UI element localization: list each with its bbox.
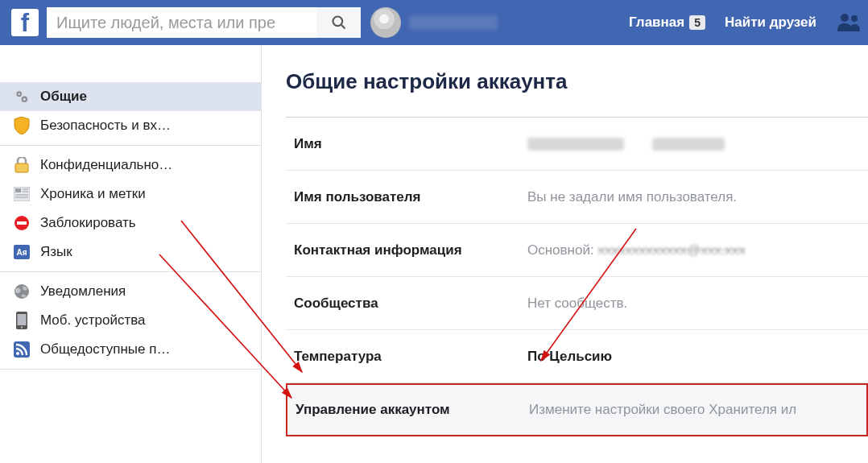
newspaper-icon — [13, 185, 31, 203]
gear-icon — [13, 88, 31, 105]
rss-icon — [13, 341, 31, 358]
svg-rect-16 — [17, 221, 27, 225]
globe-icon — [13, 283, 31, 300]
mobile-icon — [13, 312, 31, 329]
setting-value: По Цельсию — [527, 349, 612, 365]
search-icon — [331, 14, 347, 31]
language-icon: Ая — [13, 243, 31, 261]
sidebar-item-public[interactable]: Общедоступные п… — [0, 335, 261, 364]
nav-home[interactable]: Главная 5 — [619, 0, 715, 45]
sidebar-item-security[interactable]: Безопасность и вх… — [0, 111, 261, 140]
setting-label: Управление аккаунтом — [296, 402, 529, 418]
page-title: Общие настройки аккаунта — [286, 69, 868, 94]
sidebar-item-timeline[interactable]: Хроника и метки — [0, 180, 261, 209]
sidebar-item-label: Язык — [40, 244, 72, 260]
setting-label: Имя — [294, 136, 527, 152]
svg-point-0 — [333, 17, 342, 27]
setting-label: Сообщества — [294, 296, 527, 312]
svg-point-7 — [23, 98, 26, 101]
sidebar-item-label: Общедоступные п… — [40, 341, 170, 358]
block-icon — [13, 214, 31, 232]
svg-rect-21 — [18, 314, 27, 325]
sidebar-item-label: Конфиденциально… — [40, 157, 172, 173]
friend-requests-icon[interactable] — [837, 12, 860, 34]
svg-point-2 — [841, 14, 849, 22]
sidebar-item-label: Уведомления — [40, 283, 126, 300]
svg-line-1 — [341, 25, 345, 29]
setting-label: Имя пользователя — [294, 189, 527, 205]
svg-rect-10 — [15, 188, 21, 192]
nav-home-label: Главная — [629, 14, 684, 31]
setting-value: Измените настройки своего Хранителя ил — [529, 402, 796, 418]
setting-value: Нет сообществ. — [527, 296, 627, 312]
lock-icon — [13, 156, 31, 174]
search-button[interactable] — [316, 7, 361, 38]
sidebar-item-label: Безопасность и вх… — [40, 118, 171, 134]
settings-main: Общие настройки аккаунта Имя Имя пользов… — [262, 45, 868, 463]
svg-point-3 — [851, 15, 858, 22]
sidebar-item-privacy[interactable]: Конфиденциально… — [0, 151, 261, 180]
setting-row-manage[interactable]: Управление аккаунтомИзмените настройки с… — [286, 383, 868, 436]
sidebar-item-mobile[interactable]: Моб. устройства — [0, 306, 261, 335]
svg-point-5 — [18, 93, 20, 95]
nav-find-friends-label: Найти друзей — [725, 14, 816, 31]
sidebar-item-notifications[interactable]: Уведомления — [0, 277, 261, 306]
setting-row-name[interactable]: Имя — [286, 118, 868, 171]
setting-label: Температура — [294, 349, 527, 365]
profile-name-blurred[interactable] — [409, 15, 498, 30]
sidebar-item-general[interactable]: Общие — [0, 82, 261, 111]
settings-sidebar: ОбщиеБезопасность и вх…Конфиденциально…Х… — [0, 45, 262, 463]
sidebar-item-label: Общие — [40, 89, 87, 105]
setting-value — [527, 136, 725, 152]
sidebar-item-language[interactable]: АяЯзык — [0, 238, 261, 267]
top-navbar: f Главная 5 Найти друзей — [0, 0, 868, 45]
setting-value: Основной: xxxxxxxxxxxxx@xxx.xxx — [527, 242, 746, 258]
setting-row-username[interactable]: Имя пользователяВы не задали имя пользов… — [286, 171, 868, 224]
svg-rect-8 — [15, 163, 28, 172]
shield-icon — [13, 117, 31, 134]
settings-table: Имя Имя пользователяВы не задали имя пол… — [286, 117, 868, 436]
svg-point-22 — [21, 326, 23, 328]
sidebar-item-label: Заблокировать — [40, 215, 136, 231]
nav-home-badge: 5 — [689, 15, 705, 30]
setting-row-networks[interactable]: СообществаНет сообществ. — [286, 277, 868, 330]
nav-find-friends[interactable]: Найти друзей — [715, 0, 826, 45]
sidebar-item-blocking[interactable]: Заблокировать — [0, 209, 261, 238]
sidebar-item-label: Моб. устройства — [40, 312, 146, 329]
facebook-logo[interactable]: f — [11, 9, 39, 36]
svg-point-24 — [16, 352, 19, 355]
search-input[interactable] — [47, 7, 316, 38]
setting-label: Контактная информация — [294, 242, 527, 258]
nav-right: Главная 5 Найти друзей — [619, 0, 860, 45]
sidebar-item-label: Хроника и метки — [40, 186, 146, 202]
svg-text:Ая: Ая — [16, 248, 27, 257]
setting-value: Вы не задали имя пользователя. — [527, 189, 737, 205]
search-wrap — [47, 7, 361, 38]
avatar[interactable] — [370, 7, 401, 38]
setting-row-contact[interactable]: Контактная информацияОсновной: xxxxxxxxx… — [286, 224, 868, 277]
setting-row-temperature[interactable]: ТемператураПо Цельсию — [286, 330, 868, 383]
